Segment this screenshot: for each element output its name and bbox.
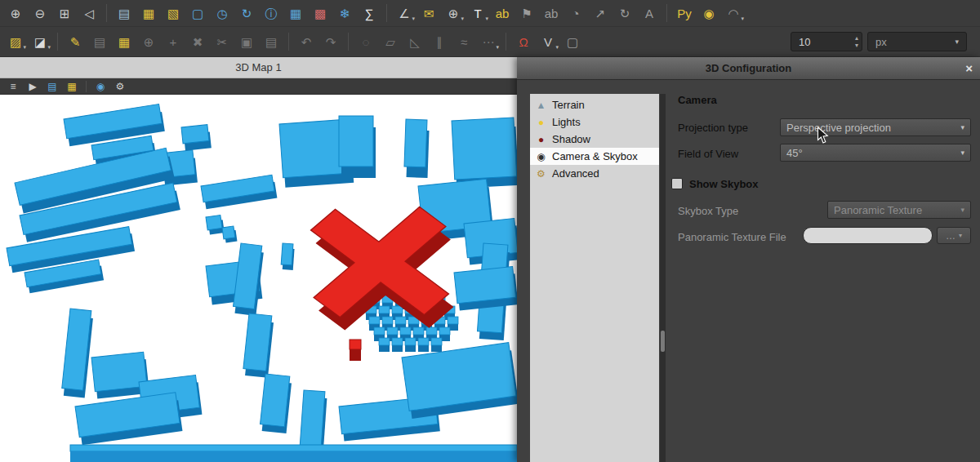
nav-item-lights[interactable]: ● Lights	[530, 113, 659, 131]
field-calculator-icon[interactable]: ▩	[309, 2, 332, 24]
delete-selected-icon[interactable]: ✖	[186, 31, 209, 52]
close-icon[interactable]: ×	[965, 61, 973, 75]
refresh-map-icon[interactable]: ↻	[235, 2, 258, 24]
text-annotation-icon[interactable]: T ▾	[466, 2, 489, 24]
annotation-arc-icon[interactable]: ◠ ▾	[722, 2, 745, 24]
paste-style-icon[interactable]: ▨ ▾	[4, 31, 27, 52]
plugin-manager-icon[interactable]: ◉	[697, 2, 720, 24]
dialog-title: 3D Configuration	[706, 62, 791, 74]
skybox-type-label: Skybox Type	[678, 205, 738, 217]
skybox-type-value: Panoramic Texture	[834, 204, 922, 216]
toggle-editing-icon[interactable]: ✎	[64, 31, 87, 52]
map-tips-icon[interactable]: ✉	[417, 2, 440, 24]
set-view-theme-icon[interactable]: ◉	[91, 79, 109, 94]
nav-item-advanced[interactable]: ⚙ Advanced	[530, 165, 659, 182]
split-features-icon[interactable]: ◺	[403, 31, 426, 52]
statistics-icon[interactable]: ∑	[358, 2, 381, 24]
spin-up-icon[interactable]: ▴	[855, 34, 858, 42]
measure-icon[interactable]: ∠ ▾	[393, 2, 416, 24]
spin-down-icon[interactable]: ▾	[855, 42, 858, 49]
temporal-controller-icon[interactable]: ◷	[211, 2, 234, 24]
show-hidden-labels-icon[interactable]: ◔	[564, 2, 587, 24]
zoom-out-icon[interactable]: ⊖	[29, 2, 51, 24]
camera-icon: ◉	[535, 152, 547, 162]
zoom-last-icon[interactable]: ◁	[78, 2, 100, 24]
snapping-tolerance-spinbox[interactable]: 10 ▴ ▾	[791, 32, 862, 51]
reshape-features-icon[interactable]: ◌	[354, 31, 377, 52]
dock-options-icon[interactable]: ≡	[4, 79, 22, 94]
map-panel-toolbar: ≡ ▶ ▤ ▦ ◉ ⚙	[0, 78, 517, 95]
map-themes-icon[interactable]: ▦	[137, 2, 160, 24]
save-project-icon[interactable]: ▤	[113, 2, 136, 24]
nav-item-shadow[interactable]: ● Shadow	[530, 131, 659, 148]
field-of-view-label: Field of View	[678, 148, 738, 160]
change-label-icon[interactable]: A	[638, 2, 661, 24]
move-label-icon[interactable]: ↗	[589, 2, 612, 24]
browse-file-button[interactable]: … ▾	[937, 227, 971, 244]
symbology-icon[interactable]: ◪ ▾	[29, 31, 51, 52]
spinbox-arrows[interactable]: ▴ ▾	[855, 34, 858, 49]
label-toolbar-icon[interactable]: ab	[491, 2, 514, 24]
smooth-feature-icon[interactable]: ≈	[452, 31, 475, 52]
undo-icon[interactable]: ↶	[295, 31, 318, 52]
zoom-full-icon[interactable]: ⊞	[53, 2, 76, 24]
zoom-selection-icon[interactable]: ⊕ ▾	[442, 2, 465, 24]
snapping-magnet-icon[interactable]: Ω	[512, 31, 535, 52]
chevron-down-icon: ▾	[461, 16, 464, 22]
settings-category-list: ▲ Terrain ● Lights ● Shadow ◉ Camera & S…	[530, 94, 659, 462]
trace-icon[interactable]: ⋯ ▾	[477, 31, 500, 52]
field-of-view-value: 45°	[786, 147, 803, 159]
copy-features-icon[interactable]: ▣	[235, 31, 258, 52]
show-skybox-label[interactable]: Show Skybox	[689, 178, 759, 190]
add-record-icon[interactable]: ▦	[113, 31, 136, 52]
snapping-units-value: px	[875, 36, 887, 48]
skybox-type-combo[interactable]: Panoramic Texture ▾	[827, 201, 971, 219]
snapping-units-combo[interactable]: px ▾	[867, 32, 967, 51]
paste-features-icon[interactable]: ▤	[260, 31, 283, 52]
processing-toolbox-icon[interactable]: ❄	[333, 2, 356, 24]
category-list-scrollbar[interactable]	[660, 94, 666, 462]
toolbar-separator	[288, 33, 289, 51]
zoom-in-icon[interactable]: ⊕	[4, 2, 27, 24]
manage-layers-icon[interactable]: ▧	[162, 2, 185, 24]
export-3d-scene-icon[interactable]: ▦	[63, 79, 81, 94]
scrollbar-handle[interactable]	[661, 331, 665, 352]
add-feature-icon[interactable]: ⊕	[137, 31, 160, 52]
cut-features-icon[interactable]: ✂	[211, 31, 234, 52]
nav-item-camera-skybox[interactable]: ◉ Camera & Skybox	[530, 148, 659, 165]
rotate-label-icon[interactable]: ↻	[613, 2, 636, 24]
chevron-down-icon: ▾	[960, 206, 964, 214]
field-of-view-combo[interactable]: 45° ▾	[780, 144, 971, 162]
parallel-digitize-icon[interactable]: ∥	[428, 31, 451, 52]
projection-type-combo[interactable]: Perspective projection ▾	[780, 118, 971, 136]
lightbulb-icon: ●	[535, 118, 547, 127]
show-skybox-checkbox[interactable]	[671, 178, 683, 189]
toolbar-separator	[666, 4, 667, 22]
map-panel-titlebar[interactable]: 3D Map 1	[0, 57, 517, 78]
bottom-building-strip	[70, 445, 517, 462]
toolbar-separator	[106, 4, 107, 22]
map-3d-viewport[interactable]	[0, 95, 517, 462]
panoramic-texture-file-input[interactable]	[803, 227, 933, 244]
identify-features-icon[interactable]: ⓘ	[260, 2, 283, 24]
highlight-pinned-labels-icon[interactable]: ab	[540, 2, 563, 24]
save-scene-image-icon[interactable]: ▤	[43, 79, 61, 94]
move-feature-icon[interactable]: +	[162, 31, 185, 52]
save-edits-icon[interactable]: ▤	[88, 31, 111, 52]
redo-icon[interactable]: ↷	[319, 31, 342, 52]
pin-labels-icon[interactable]: ⚑	[515, 2, 538, 24]
nav-item-terrain[interactable]: ▲ Terrain	[530, 96, 659, 113]
new-layout-icon[interactable]: ▢	[186, 2, 209, 24]
vertex-tool-icon[interactable]: V ▾	[537, 31, 559, 52]
map-3d-scene[interactable]	[0, 95, 517, 462]
stream-digitize-icon[interactable]: ▢	[561, 31, 584, 52]
offset-curve-icon[interactable]: ▱	[379, 31, 402, 52]
shadow-sphere-icon: ●	[535, 135, 547, 144]
chevron-down-icon: ▾	[485, 16, 488, 22]
animation-play-icon[interactable]: ▶	[24, 79, 42, 94]
attribute-table-icon[interactable]: ▦	[284, 2, 307, 24]
python-console-icon[interactable]: Py	[673, 2, 696, 24]
camera-options-icon[interactable]: ⚙	[111, 79, 129, 94]
chevron-down-icon: ▾	[47, 44, 51, 51]
dialog-titlebar[interactable]: 3D Configuration ×	[517, 57, 980, 80]
